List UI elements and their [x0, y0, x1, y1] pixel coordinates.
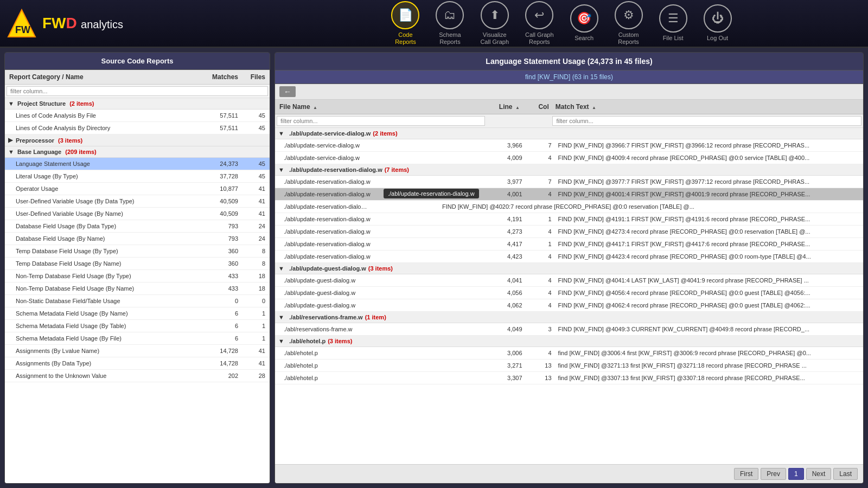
table-row[interactable]: Assignments (By Lvalue Name) 14,728 41 — [5, 345, 270, 357]
row-files: 24 — [242, 234, 270, 243]
table-row[interactable]: User-Defined Variable Usage (By Name) 40… — [5, 208, 270, 220]
r-section-update-guest[interactable]: ▼ ./abl/update-guest-dialog.w (3 items) — [275, 263, 863, 274]
page-number[interactable]: 1 — [788, 468, 804, 480]
left-filter-row — [5, 85, 270, 98]
r-row-matchtext: find [KW_FIND] @3006:4 first [KW_FIRST] … — [554, 349, 863, 357]
r-row-line: 4,001 — [489, 190, 527, 198]
line-sort-icon[interactable]: ▲ — [515, 105, 520, 110]
row-name: Operator Usage — [5, 184, 199, 193]
table-row[interactable]: Temp Database Field Usage (By Type) 360 … — [5, 245, 270, 258]
table-row[interactable]: Temp Database Field Usage (By Name) 360 … — [5, 258, 270, 270]
r-row-line: 4,417 — [489, 240, 527, 248]
row-files: 45 — [242, 172, 270, 181]
last-button[interactable]: Last — [833, 468, 858, 480]
row-matches: 10,877 — [199, 184, 242, 193]
r-table-row[interactable]: ./abl/ehotel.p 3,307 13 find [KW_FIND] @… — [275, 372, 863, 384]
r-table-row[interactable]: ./abl/update-reservation-dialog.w 4,417 … — [275, 238, 863, 251]
r-row-filename: ./abl/update-reservation-dialog.w — [275, 177, 489, 186]
table-row[interactable]: Assignment to the Unknown Value 202 28 — [5, 370, 270, 382]
r-row-matchtext: FIND [KW_FIND] @4041:4 LAST [KW_LAST] @4… — [554, 276, 863, 285]
row-matches: 57,511 — [199, 124, 242, 132]
toggle-ehotel[interactable]: ▼ — [278, 338, 284, 344]
r-table-row-tooltip[interactable]: ./abl/update-reservation-dialog.w ./abl/… — [275, 201, 863, 213]
table-row[interactable]: Non-Temp Database Field Usage (By Type) … — [5, 270, 270, 282]
r-table-row[interactable]: ./abl/update-reservation-dialog.w 3,977 … — [275, 176, 863, 188]
matchtext-filter-input[interactable] — [552, 116, 861, 126]
section-project-structure[interactable]: ▼ Project Structure (2 items) — [5, 98, 270, 110]
table-row[interactable]: Database Field Usage (By Data Type) 793 … — [5, 220, 270, 233]
matchtext-sort-icon[interactable]: ▲ — [592, 105, 596, 110]
toggle-base-language[interactable]: ▼ — [8, 149, 14, 155]
r-row-filename: ./abl/update-reservation-dialog.w — [275, 240, 489, 248]
back-button[interactable]: ← — [279, 86, 296, 97]
table-row[interactable]: Lines of Code Analysis By Directory 57,5… — [5, 122, 270, 134]
toggle-project-structure[interactable]: ▼ — [8, 100, 14, 107]
toggle-update-guest[interactable]: ▼ — [278, 265, 284, 272]
toggle-update-reservation[interactable]: ▼ — [278, 166, 284, 173]
table-row[interactable]: Lines of Code Analysis By File 57,511 45 — [5, 110, 270, 122]
r-section-update-service[interactable]: ▼ ./abl/update-service-dialog.w (2 items… — [275, 128, 863, 139]
row-matches: 793 — [199, 222, 242, 230]
r-row-matchtext: find [KW_FIND] @3307:13 first [KW_FIRST]… — [554, 374, 863, 382]
toggle-reservations-frame[interactable]: ▼ — [278, 314, 284, 320]
r-table-row[interactable]: ./abl/update-guest-dialog.w 4,041 4 FIND… — [275, 274, 863, 287]
r-table-row[interactable]: ./abl/reservations-frame.w 4,049 3 FIND … — [275, 323, 863, 336]
table-row[interactable]: Language Statement Usage 24,373 45 — [5, 158, 270, 170]
section-preprocessor[interactable]: ▶ Preprocessor (3 items) — [5, 134, 270, 146]
r-section-update-reservation[interactable]: ▼ ./abl/update-reservation-dialog.w (7 i… — [275, 164, 863, 176]
table-row[interactable]: Non-Temp Database Field Usage (By Name) … — [5, 282, 270, 295]
table-row[interactable]: Schema Metadata Field Usage (By File) 6 … — [5, 332, 270, 345]
prev-button[interactable]: Prev — [761, 468, 786, 480]
r-table-row[interactable]: ./abl/update-service-dialog.w 4,009 4 FI… — [275, 152, 863, 164]
r-table-row[interactable]: ./abl/update-reservation-dialog.w 4,273 … — [275, 226, 863, 238]
section-base-language[interactable]: ▼ Base Language (209 items) — [5, 146, 270, 158]
filename-filter-input[interactable] — [277, 116, 485, 126]
nav-code-reports[interactable]: 📄 CodeReports — [391, 1, 419, 46]
r-table-row[interactable]: ./abl/update-reservation-dialog.w 4,423 … — [275, 251, 863, 263]
r-row-matchtext: FIND [KW_FIND] @3966:7 FIRST [KW_FIRST] … — [554, 141, 863, 150]
r-row-line: 4,009 — [489, 153, 527, 162]
table-row[interactable]: Schema Metadata Field Usage (By Name) 6 … — [5, 307, 270, 320]
r-table-row[interactable]: ./abl/ehotel.p 3,271 13 find [KW_FIND] @… — [275, 359, 863, 372]
nav-custom-reports[interactable]: ⚙ CustomReports — [615, 1, 643, 46]
r-section-reservations-frame[interactable]: ▼ ./abl/reservations-frame.w (1 item) — [275, 312, 863, 323]
r-section-update-guest-count: (3 items) — [368, 265, 393, 272]
r-section-ehotel-label: ./abl/ehotel.p — [288, 338, 326, 344]
table-row[interactable]: Database Field Usage (By Name) 793 24 — [5, 233, 270, 245]
r-row-col: 1 — [527, 215, 554, 223]
toggle-preprocessor[interactable]: ▶ — [8, 137, 12, 144]
r-table-row[interactable]: ./abl/update-guest-dialog.w 4,062 4 FIND… — [275, 299, 863, 312]
r-table-row[interactable]: ./abl/update-guest-dialog.w 4,056 4 FIND… — [275, 287, 863, 299]
nav-schema-reports[interactable]: 🗂 SchemaReports — [436, 1, 464, 46]
nav-log-out[interactable]: ⏻ Log Out — [704, 4, 732, 42]
r-row-filename: ./abl/update-reservation-dialog.w — [275, 252, 489, 261]
left-filter-input[interactable] — [7, 86, 268, 96]
r-row-filename: ./abl/update-reservation-dialog.w — [275, 202, 373, 211]
nav-visualize[interactable]: ⬆ VisualizeCall Graph — [480, 1, 509, 46]
table-row[interactable]: Operator Usage 10,877 41 — [5, 183, 270, 195]
next-button[interactable]: Next — [806, 468, 832, 480]
table-row[interactable]: Non-Static Database Field/Table Usage 0 … — [5, 295, 270, 307]
r-table-row[interactable]: ./abl/update-reservation-dialog.w 4,001 … — [275, 188, 863, 201]
row-matches: 57,511 — [199, 111, 242, 120]
table-row[interactable]: Literal Usage (By Type) 37,728 45 — [5, 170, 270, 183]
table-row[interactable]: Schema Metadata Field Usage (By Table) 6… — [5, 320, 270, 332]
nav-search[interactable]: 🎯 Search — [570, 4, 598, 42]
header: FW FWD analytics 📄 CodeReports 🗂 SchemaR… — [0, 0, 868, 48]
row-files: 18 — [242, 284, 270, 293]
r-section-reservations-count: (1 item) — [365, 314, 386, 320]
r-section-ehotel[interactable]: ▼ ./abl/ehotel.p (3 items) — [275, 336, 863, 347]
row-matches: 14,728 — [199, 359, 242, 368]
logo-fwd-text: FW — [42, 15, 66, 31]
nav-file-list[interactable]: ☰ File List — [659, 4, 687, 42]
r-table-row[interactable]: ./abl/update-reservation-dialog.w 4,191 … — [275, 213, 863, 226]
table-row[interactable]: User-Defined Variable Usage (By Data Typ… — [5, 195, 270, 208]
r-table-row[interactable]: ./abl/ehotel.p 3,006 4 find [KW_FIND] @3… — [275, 347, 863, 359]
toggle-update-service[interactable]: ▼ — [278, 130, 284, 137]
first-button[interactable]: First — [734, 468, 758, 480]
filename-sort-icon[interactable]: ▲ — [313, 105, 317, 110]
table-row[interactable]: Assignments (By Data Type) 14,728 41 — [5, 357, 270, 370]
row-matches: 360 — [199, 247, 242, 255]
nav-call-graph[interactable]: ↩ Call GraphReports — [525, 1, 554, 46]
r-table-row[interactable]: ./abl/update-service-dialog.w 3,966 7 FI… — [275, 139, 863, 152]
